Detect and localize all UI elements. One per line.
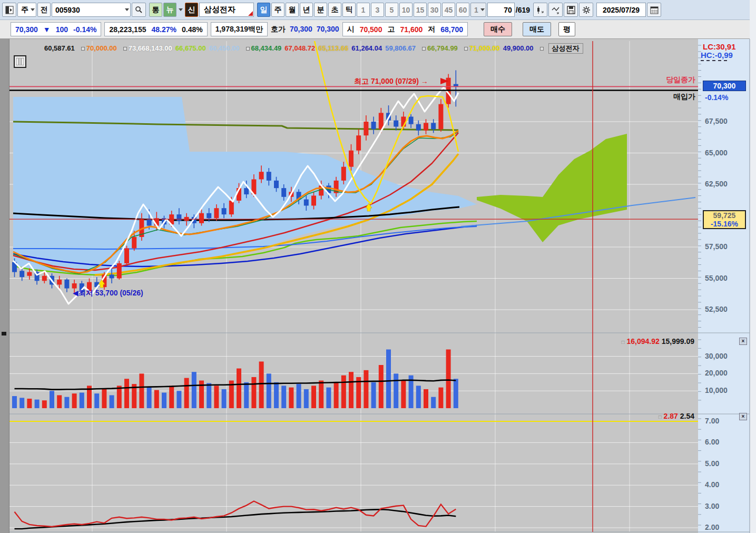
candle-body	[259, 172, 264, 179]
candle-body	[371, 122, 376, 129]
indicator-value: 68,434.49	[251, 44, 282, 52]
indicator-value: 71,000.00	[469, 44, 500, 52]
axis-tick-label: 55,000	[705, 274, 728, 282]
candle-body	[267, 172, 271, 181]
volume-bar	[274, 382, 279, 408]
volume-bar	[364, 370, 368, 408]
candle-body	[124, 248, 129, 263]
indicator-checkbox[interactable]	[422, 47, 426, 51]
volume-bar	[431, 397, 436, 408]
volume-bar	[42, 400, 47, 408]
volume-bar	[80, 392, 84, 408]
volume-bar	[27, 399, 32, 408]
volume-bar	[19, 398, 24, 408]
volume-bar	[124, 379, 129, 408]
volume-bar	[244, 382, 249, 408]
candle-body	[304, 200, 309, 206]
indicator-value: 59,806.67	[385, 44, 416, 52]
close-icon[interactable]: ×	[739, 338, 747, 345]
lc-value: LC:30,91	[703, 42, 736, 51]
dashed-marker	[701, 60, 727, 61]
volume-ma-red-value: 16,094.92	[627, 337, 660, 346]
candle-body	[394, 121, 398, 127]
volume-bar	[102, 389, 106, 408]
alert-price-axis-box: 59,725-15.16%	[703, 210, 746, 229]
volume-bar	[12, 396, 17, 408]
axis-tick-label: 52,500	[705, 305, 728, 313]
indicator-black-value: 2.54	[680, 412, 694, 420]
indicator-checkbox[interactable]	[464, 47, 468, 51]
axis-tick-label: 5.00	[705, 459, 719, 468]
candle-body	[199, 213, 204, 223]
volume-bar	[289, 388, 293, 408]
buy-price-label: 매입가	[673, 92, 695, 102]
indicator-checkbox[interactable]	[246, 47, 250, 51]
volume-bar	[401, 381, 406, 408]
axis-tick-label: 20,000	[705, 369, 728, 377]
candle-body	[229, 201, 234, 214]
candle-body	[42, 276, 47, 281]
volume-bar	[349, 372, 354, 408]
volume-bar	[184, 378, 189, 408]
candle-body	[364, 122, 368, 135]
candle-body	[214, 208, 219, 218]
indicator-value: 49,900.00	[503, 44, 534, 52]
volume-bar	[237, 369, 241, 408]
volume-bar	[251, 377, 256, 408]
volume-bar	[304, 389, 309, 408]
right-edge-strip	[750, 0, 756, 533]
indicator-value: 66,794.99	[427, 44, 458, 52]
indicator-pane-label: □ 2.87 2.54	[659, 412, 694, 420]
hts-chart-window: { "app": {"date": "2025/07/29", "bar_pos…	[0, 0, 756, 533]
close-icon[interactable]: ×	[739, 413, 747, 420]
volume-ma-black-value: 15,999.09	[662, 337, 694, 346]
axis-tick-label: 57,500	[705, 242, 728, 251]
volume-bar	[281, 386, 286, 408]
axis-tick-label: 7.00	[705, 417, 719, 425]
stock-tag: 삼성전자	[548, 43, 583, 54]
volume-bar	[311, 386, 316, 408]
volume-bar	[438, 388, 443, 408]
alert-box-value: 59,725	[704, 211, 745, 220]
indicator-red-value: 2.87	[664, 412, 678, 420]
volume-bar	[334, 382, 339, 408]
candle-body	[110, 274, 114, 278]
hc-value: HC:-0,99	[701, 51, 733, 60]
axis-tick-label: 62,500	[705, 180, 728, 188]
volume-bar	[222, 389, 227, 408]
axis-tick-label: 3.00	[705, 502, 719, 510]
candle-body	[356, 135, 361, 151]
candle-body	[438, 104, 443, 130]
volume-bar	[94, 393, 99, 408]
indicator-checkbox[interactable]	[123, 47, 127, 51]
candle-body	[176, 214, 181, 221]
volume-bar	[64, 397, 69, 408]
indicator-value: 73,668,143.00	[129, 44, 172, 52]
candle-body	[349, 151, 354, 167]
volume-bar	[394, 373, 398, 408]
candle-body	[281, 188, 286, 197]
volume-bar	[454, 379, 458, 408]
volume-bar	[147, 388, 152, 408]
axis-tick-label: 67,500	[705, 117, 728, 125]
indicator-value: 60,587.61	[44, 44, 75, 52]
alert-box-value: -15.16%	[704, 220, 745, 228]
candle-body	[19, 271, 24, 277]
indicator-checkbox[interactable]	[81, 47, 85, 51]
volume-bar	[169, 386, 174, 408]
volume-bar	[214, 386, 219, 408]
candle-body	[132, 237, 136, 248]
grid-settings-icon[interactable]	[14, 55, 26, 68]
high-annotation: 최고 71,000 (07/29) →	[354, 77, 428, 86]
volume-bar	[371, 382, 376, 408]
axis-tick-label: 65,000	[705, 149, 728, 157]
indicator-checkbox[interactable]	[540, 47, 544, 51]
volume-pane-label: □ 16,094.92 15,999.09	[622, 337, 694, 346]
indicator-value: 70,000.00	[86, 44, 117, 52]
indicator-values-row: 60,587.6170,000.0073,668,143.0066,675.00…	[44, 43, 583, 54]
day-close-label: 당일종가	[666, 75, 695, 85]
axis-tick-label: 6.00	[705, 438, 719, 446]
candle-body	[416, 124, 421, 131]
volume-bar	[192, 372, 197, 408]
volume-bar	[72, 393, 77, 408]
